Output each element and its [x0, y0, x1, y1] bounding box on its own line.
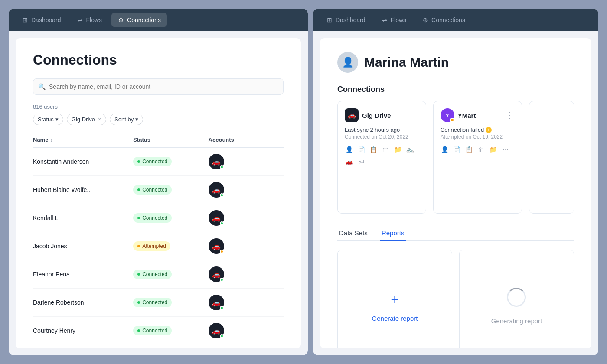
row-account-4: 🚗	[209, 266, 284, 282]
account-status-dot	[220, 221, 224, 225]
folder-icon-y[interactable]: 📁	[489, 145, 498, 154]
filter-sent-by[interactable]: Sent by ▾	[110, 114, 143, 125]
loading-spinner	[507, 288, 526, 307]
tab-reports[interactable]: Reports	[380, 226, 406, 241]
screen-wrapper: ⊞ Dashboard ⇌ Flows ⊕ Connections Connec…	[9, 9, 598, 355]
overflow-hint	[529, 101, 574, 213]
trash-icon[interactable]: 🗑	[381, 145, 390, 154]
account-avatar: 🚗	[209, 295, 224, 310]
row-status-5: Connected	[133, 298, 208, 307]
row-account-6: 🚗	[209, 323, 284, 338]
nav-item-dashboard-left[interactable]: ⊞ Dashboard	[16, 13, 67, 27]
account-avatar: 🚗	[209, 323, 224, 338]
filter-status-label: Status	[38, 116, 54, 123]
account-avatar: 🚗	[209, 266, 224, 282]
nav-item-dashboard-right[interactable]: ⊞ Dashboard	[320, 13, 372, 27]
account-status-dot	[220, 250, 224, 254]
connections-icon-left: ⊕	[117, 16, 124, 23]
close-icon[interactable]: ✕	[98, 117, 101, 122]
connection-card-header-ymart: Y YMart ⋮	[441, 108, 515, 122]
status-badge-connected: Connected	[133, 213, 172, 223]
generate-btn: + Generate report	[372, 290, 418, 322]
row-name-1: Hubert Blaine Wolfe...	[33, 186, 133, 193]
filter-status[interactable]: Status ▾	[33, 114, 63, 125]
row-status-0: Connected	[133, 157, 208, 166]
right-nav-bar: ⊞ Dashboard ⇌ Flows ⊕ Connections	[313, 9, 598, 31]
account-status-dot	[220, 334, 224, 338]
trash-icon-y[interactable]: 🗑	[477, 145, 486, 154]
tab-data-sets[interactable]: Data Sets	[337, 226, 369, 240]
nav-item-flows-left[interactable]: ⇌ Flows	[71, 13, 108, 27]
reports-grid: + Generate report Generating report	[337, 250, 574, 348]
generate-report-card[interactable]: + Generate report	[337, 250, 452, 348]
table-row[interactable]: Konstantin Andersen Connected 🚗	[33, 148, 284, 176]
page-title: Connections	[33, 52, 284, 68]
file-icon-y[interactable]: 📋	[465, 145, 473, 154]
table-header: Name ↕ Status Accounts	[33, 132, 284, 148]
nav-label-flows: Flows	[86, 16, 102, 23]
connection-actions: 👤 📄 📋 🗑 📁 🚲 🚗 🏷	[345, 145, 419, 166]
account-status-dot	[220, 306, 224, 310]
account-status-dot	[220, 165, 224, 169]
col-header-name: Name ↕	[33, 136, 133, 143]
file-icon[interactable]: 📋	[369, 145, 378, 154]
folder-icon[interactable]: 📁	[393, 145, 402, 154]
search-icon: 🔍	[38, 83, 46, 90]
table-row[interactable]: Kendall Li Connected 🚗	[33, 204, 284, 232]
person-icon-y[interactable]: 👤	[441, 145, 449, 154]
account-avatar: 🚗	[209, 154, 224, 169]
bike-icon[interactable]: 🚲	[405, 145, 414, 154]
row-name-4: Eleanor Pena	[33, 271, 133, 278]
table-row[interactable]: Jacob Jones Attempted 🚗	[33, 232, 284, 260]
table-row[interactable]: Hubert Blaine Wolfe... Connected 🚗	[33, 176, 284, 204]
row-account-0: 🚗	[209, 154, 284, 169]
row-name-5: Darlene Robertson	[33, 299, 133, 306]
table-row[interactable]: Eleanor Pena Connected 🚗	[33, 260, 284, 289]
connection-name-ymart: YMart	[458, 112, 476, 119]
sync-text-gig-drive: Last sync 2 hours ago	[345, 127, 419, 133]
row-name-0: Konstantin Andersen	[33, 158, 133, 165]
table-row[interactable]: Darlene Robertson Connected 🚗	[33, 289, 284, 317]
search-input[interactable]	[33, 78, 284, 95]
right-content: 👤 Marina Martin Connections 🚗 Gig Drive …	[320, 38, 591, 348]
grid-icon-right: ⊞	[326, 16, 333, 23]
more-options-button-ymart[interactable]: ⋮	[506, 110, 515, 120]
status-badge-connected: Connected	[133, 157, 172, 166]
dot-green	[137, 160, 140, 163]
status-badge-connected: Connected	[133, 270, 172, 279]
nav-item-connections-right[interactable]: ⊕ Connections	[416, 13, 471, 27]
table-row[interactable]: Courtney Henry Connected 🚗	[33, 317, 284, 345]
doc-icon-y[interactable]: 📄	[453, 145, 461, 154]
generating-report-label: Generating report	[491, 317, 542, 325]
row-account-5: 🚗	[209, 295, 284, 310]
nav-item-connections-left[interactable]: ⊕ Connections	[111, 13, 167, 27]
ymart-icon: Y	[441, 108, 454, 122]
user-count: 816 users	[33, 104, 284, 110]
connection-card-header: 🚗 Gig Drive ⋮	[345, 108, 419, 122]
more-options-button[interactable]: ⋮	[410, 110, 419, 120]
avatar: 👤	[337, 52, 358, 73]
tabs-row: Data Sets Reports	[337, 226, 574, 241]
connection-name-gig-drive: Gig Drive	[362, 112, 391, 119]
connection-card-partial	[529, 101, 574, 214]
sort-icon: ↕	[50, 137, 52, 143]
doc-icon[interactable]: 📄	[357, 145, 366, 154]
status-badge-connected: Connected	[133, 185, 172, 195]
filter-gig-drive[interactable]: Gig Drive ✕	[67, 114, 106, 125]
car-icon[interactable]: 🚗	[345, 157, 353, 166]
filter-gig-drive-label: Gig Drive	[72, 116, 95, 123]
connection-card-gig-drive: 🚗 Gig Drive ⋮ Last sync 2 hours ago Conn…	[337, 101, 426, 214]
person-icon[interactable]: 👤	[345, 145, 353, 154]
account-avatar: 🚗	[209, 210, 224, 226]
dot-green	[137, 273, 140, 276]
dots-icon-y[interactable]: ⋯	[501, 145, 510, 154]
row-status-6: Connected	[133, 326, 208, 335]
nav-item-flows-right[interactable]: ⇌ Flows	[375, 13, 413, 27]
account-status-dot	[220, 193, 224, 197]
ymart-status-dot	[450, 118, 454, 122]
tag-icon[interactable]: 🏷	[357, 157, 366, 166]
table-row[interactable]: Guy Hawkins Connected 🚗	[33, 345, 284, 348]
row-status-3: Attempted	[133, 241, 208, 251]
col-header-status: Status	[133, 136, 208, 143]
dot-green	[137, 217, 140, 219]
